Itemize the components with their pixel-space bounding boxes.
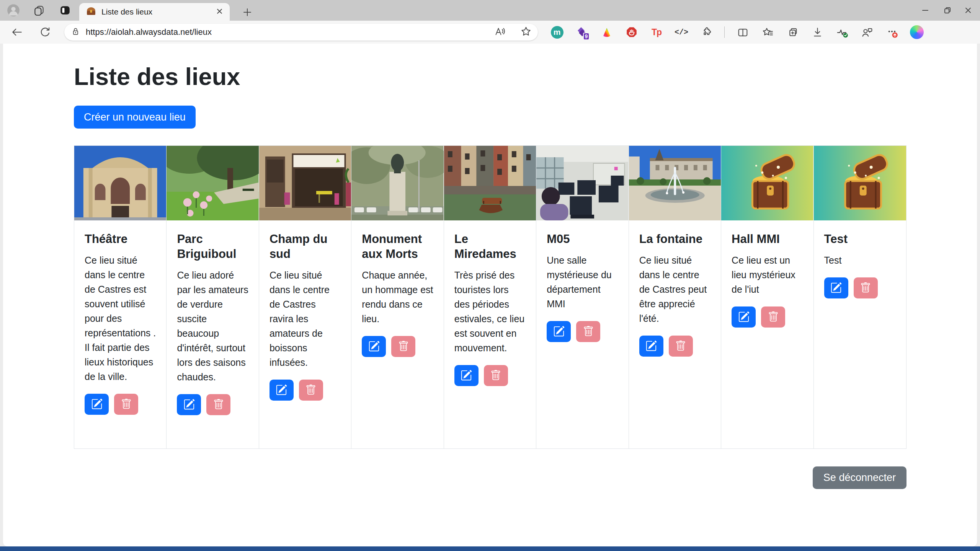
place-image-tea-shop-front xyxy=(259,146,351,220)
delete-button[interactable] xyxy=(206,394,230,415)
url-input[interactable]: https://aiolah.alwaysdata.net/lieux xyxy=(86,27,494,37)
place-name: La fontaine xyxy=(639,232,710,247)
extension-mastodon-icon[interactable]: m xyxy=(550,25,564,39)
edit-button[interactable] xyxy=(547,321,571,342)
browser-essentials-icon[interactable] xyxy=(835,25,849,39)
place-image-treasure-chest xyxy=(814,146,906,220)
place-description: Ce lieu est un lieu mystérieux de l'iut xyxy=(732,253,803,297)
edit-button[interactable] xyxy=(270,380,294,401)
browser-toolbar: https://aiolah.alwaysdata.net/lieux m 9 … xyxy=(0,21,980,44)
downloads-icon[interactable] xyxy=(810,25,824,39)
extension-code-icon[interactable]: </> xyxy=(675,25,688,39)
place-name: Monument aux Morts xyxy=(362,232,433,262)
extension-stack-icon[interactable]: 9 xyxy=(575,25,589,39)
place-name: Théâtre xyxy=(85,232,156,247)
toolbar-divider xyxy=(724,26,725,38)
refresh-button[interactable] xyxy=(37,24,54,41)
place-card: Théâtre Ce lieu situé dans le centre de … xyxy=(74,146,167,448)
place-description: Chaque année, un hommage est rendu dans … xyxy=(362,268,433,326)
back-button[interactable] xyxy=(8,24,25,41)
tab-title: Liste des lieux xyxy=(101,7,211,16)
place-name: Hall MMI xyxy=(732,232,803,247)
window-bottom-edge xyxy=(0,546,980,551)
place-name: Le Miredames xyxy=(454,232,526,262)
favorites-hub-icon[interactable] xyxy=(761,25,774,39)
delete-button[interactable] xyxy=(299,380,323,401)
place-card: Parc Briguiboul Ce lieu adoré par les am… xyxy=(167,146,259,448)
extension-tp-icon[interactable]: Tp xyxy=(650,25,663,39)
edit-button[interactable] xyxy=(824,277,848,298)
collections-icon[interactable] xyxy=(786,25,799,39)
place-card: Hall MMI Ce lieu est un lieu mystérieux … xyxy=(721,146,813,448)
favorite-star-icon[interactable] xyxy=(520,26,532,39)
extensions-puzzle-icon[interactable] xyxy=(699,25,713,39)
tab-favicon-treasure-chest xyxy=(86,6,96,18)
page-frame: Liste des lieux Créer un nouveau lieu Th… xyxy=(0,44,980,546)
place-card: La fontaine Ce lieu situé dans le centre… xyxy=(629,146,721,448)
split-screen-icon[interactable] xyxy=(736,25,750,39)
tab-groups-icon[interactable] xyxy=(32,3,46,17)
settings-more-icon[interactable] xyxy=(885,25,899,39)
place-card: Le Miredames Très prisé des touristes lo… xyxy=(444,146,536,448)
edit-button[interactable] xyxy=(639,336,663,357)
read-aloud-icon[interactable] xyxy=(494,26,506,39)
delete-button[interactable] xyxy=(854,277,878,298)
extension-color-picker-icon[interactable] xyxy=(600,25,614,39)
place-card: Monument aux Morts Chaque année, un homm… xyxy=(351,146,444,448)
active-tab[interactable]: Liste des lieux xyxy=(79,3,230,21)
place-image-river-houses-boat xyxy=(444,146,536,220)
edit-button[interactable] xyxy=(732,306,756,328)
place-image-stone-monument xyxy=(351,146,443,220)
edit-button[interactable] xyxy=(454,365,479,386)
copilot-icon[interactable] xyxy=(910,25,924,39)
place-description: Ce lieu adoré par les amateurs de verdur… xyxy=(177,268,248,384)
place-name: Parc Briguiboul xyxy=(177,232,248,262)
delete-button[interactable] xyxy=(484,365,508,386)
place-image-computer-classroom xyxy=(536,146,628,220)
page-body: Liste des lieux Créer un nouveau lieu Th… xyxy=(3,44,977,546)
edit-button[interactable] xyxy=(177,394,201,415)
place-image-fountain-garden xyxy=(629,146,721,220)
place-image-treasure-chest xyxy=(721,146,813,220)
place-name: Champ du sud xyxy=(270,232,341,262)
place-description: Ce lieu situé dans le centre de Castres … xyxy=(85,253,156,384)
place-description: Une salle mystérieuse du département MMI xyxy=(547,253,618,311)
delete-button[interactable] xyxy=(114,394,138,415)
place-image-theatre-facade xyxy=(74,146,166,220)
feedback-person-icon[interactable] xyxy=(860,25,874,39)
browser-tab-bar: Liste des lieux xyxy=(0,0,980,21)
places-grid: Théâtre Ce lieu situé dans le centre de … xyxy=(74,145,906,449)
extension-adblock-icon[interactable] xyxy=(625,25,639,39)
place-description: Test xyxy=(824,253,896,267)
place-name: Test xyxy=(824,232,896,247)
delete-button[interactable] xyxy=(761,306,785,328)
lock-icon[interactable] xyxy=(70,26,80,38)
delete-button[interactable] xyxy=(669,336,693,357)
place-image-park-roses xyxy=(167,146,258,220)
extension-badge: 9 xyxy=(583,33,590,40)
window-minimize-button[interactable] xyxy=(916,3,934,18)
edit-button[interactable] xyxy=(85,394,109,415)
place-description: Ce lieu situé dans le centre de Castres … xyxy=(270,268,341,370)
page-title: Liste des lieux xyxy=(74,63,906,90)
place-description: Très prisé des touristes lors des périod… xyxy=(454,268,526,355)
address-bar[interactable]: https://aiolah.alwaysdata.net/lieux xyxy=(64,24,538,41)
logout-button[interactable]: Se déconnecter xyxy=(813,466,906,489)
delete-button[interactable] xyxy=(576,321,600,342)
profile-avatar[interactable] xyxy=(7,3,20,17)
delete-button[interactable] xyxy=(391,336,415,357)
window-close-button[interactable] xyxy=(959,3,977,18)
place-description: Ce lieu situé dans le centre de Castres … xyxy=(639,253,710,326)
window-restore-button[interactable] xyxy=(939,3,956,18)
new-tab-button[interactable] xyxy=(240,5,254,19)
vertical-tabs-icon[interactable] xyxy=(58,3,72,17)
place-name: M05 xyxy=(547,232,618,247)
place-card: Test Test xyxy=(814,146,906,448)
extensions-row: m 9 Tp </> xyxy=(550,25,924,39)
create-place-button[interactable]: Créer un nouveau lieu xyxy=(74,106,196,129)
tab-close-icon[interactable] xyxy=(216,8,223,16)
place-card: Champ du sud Ce lieu situé dans le centr… xyxy=(259,146,351,448)
place-card: M05 Une salle mystérieuse du département… xyxy=(536,146,629,448)
edit-button[interactable] xyxy=(362,336,386,357)
